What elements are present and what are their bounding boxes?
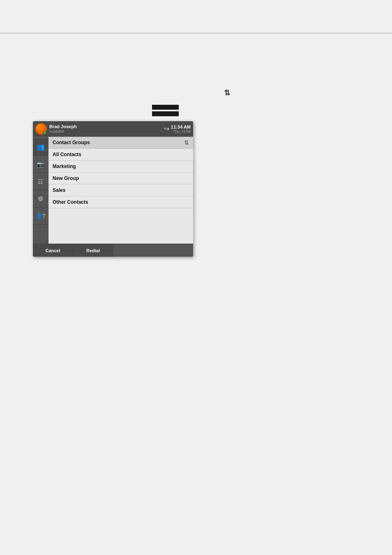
time-block: 11:34 AM Thu, 11/06 <box>171 124 191 134</box>
sidebar-item-settings[interactable]: ⚙ <box>33 190 48 207</box>
widget-header: Brad Joseph Available ↪ 11:34 AM Thu, 11… <box>33 121 193 137</box>
panel-title: Contact Groups <box>53 140 90 145</box>
group-item-sales[interactable]: Sales <box>48 184 193 196</box>
group-list: All Contacts Marketing New Group Sales O… <box>48 149 193 244</box>
settings-icon: ⚙ <box>38 195 43 203</box>
panel-header: Contact Groups ⇅ <box>48 137 193 149</box>
top-divider <box>0 33 392 33</box>
cancel-button[interactable]: Cancel <box>33 244 73 257</box>
time-display: 11:34 AM <box>171 124 191 129</box>
sidebar-item-dialpad[interactable]: ☷ <box>33 173 48 190</box>
black-bar-1 <box>152 105 179 110</box>
black-bar-2 <box>152 111 179 116</box>
sidebar-item-contacts[interactable]: 👥 <box>33 138 48 156</box>
group-item-marketing[interactable]: Marketing <box>48 161 193 173</box>
contact-groups-panel: Contact Groups ⇅ All Contacts Marketing … <box>48 137 193 244</box>
redial-button[interactable]: Redial <box>73 244 113 257</box>
dialpad-icon: ☷ <box>38 178 43 185</box>
help-icon: 👤? <box>36 213 45 219</box>
sidebar: 👥 📷 ☷ ⚙ 👤? <box>33 137 48 244</box>
date-display: Thu, 11/06 <box>171 129 191 134</box>
widget-body: 👥 📷 ☷ ⚙ 👤? Contact Groups ⇅ All Contacts <box>33 137 193 244</box>
extra-button <box>113 244 193 257</box>
group-item-new-group[interactable]: New Group <box>48 173 193 184</box>
widget-footer: Cancel Redial <box>33 244 193 257</box>
sidebar-item-help[interactable]: 👤? <box>33 207 48 225</box>
dropdown-bars <box>152 105 179 116</box>
group-item-all[interactable]: All Contacts <box>48 149 193 161</box>
user-info: Brad Joseph Available <box>49 124 164 134</box>
status-dot <box>43 131 46 134</box>
sort-icon-top[interactable]: ⇅ <box>224 88 230 97</box>
panel-sort-icon[interactable]: ⇅ <box>184 139 189 146</box>
sidebar-item-chat[interactable]: 📷 <box>33 156 48 173</box>
phone-widget: Brad Joseph Available ↪ 11:34 AM Thu, 11… <box>33 121 193 257</box>
group-item-other-contacts[interactable]: Other Contacts <box>48 196 193 208</box>
avatar <box>35 123 47 135</box>
transfer-icon[interactable]: ↪ <box>164 125 169 133</box>
header-right: ↪ 11:34 AM Thu, 11/06 <box>164 124 191 134</box>
user-name: Brad Joseph <box>49 124 164 129</box>
user-status: Available <box>49 129 164 134</box>
contacts-icon: 👥 <box>37 143 45 151</box>
chat-icon: 📷 <box>37 161 44 168</box>
